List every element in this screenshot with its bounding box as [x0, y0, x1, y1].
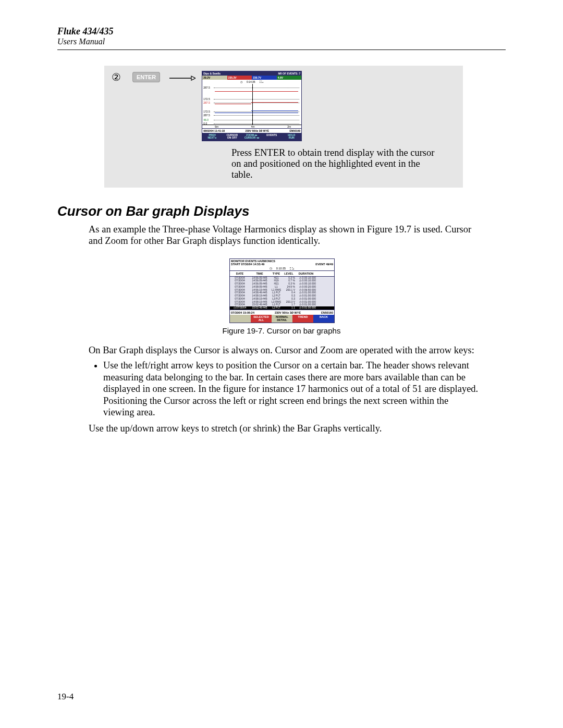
events-screen-graphic: MONITOR EVENTS HARMONICS START 07/30/04 …: [229, 258, 335, 324]
section-heading: Cursor on Bar graph Displays: [57, 203, 506, 219]
trend-plot: 287.5172.5287.5172.5287.546.00.0: [202, 84, 301, 125]
intro-paragraph: As an example the Three-phase Voltage Ha…: [89, 224, 480, 247]
figure-19-7: MONITOR EVENTS HARMONICS START 07/30/04 …: [229, 258, 334, 324]
softkey: SELECTEDALL: [251, 315, 272, 323]
paragraph-last: Use the up/down arrow keys to stretch (o…: [89, 423, 480, 435]
page-number: 19-4: [57, 692, 74, 702]
header-subtitle: Users Manual: [57, 37, 506, 46]
events-elapsed: 0:10:35: [276, 267, 286, 270]
trend-y-label: 287.5: [203, 101, 210, 104]
header-title: Fluke 434/435: [57, 26, 506, 37]
trend-event-count: NR OF EVENTS: 7: [278, 72, 300, 75]
header-rule: [57, 50, 506, 50]
bullet-list: Use the left/right arrow keys to positio…: [89, 360, 479, 418]
arrow-icon: [169, 75, 195, 81]
events-count: EVENT 49/49: [315, 263, 333, 266]
softkey: ZOOM ◂▸CURSOR ◂▸: [242, 133, 262, 141]
clock-icon: ◷: [240, 80, 242, 83]
softkey: CURSORON OFF: [222, 133, 242, 141]
softkey: [230, 315, 251, 323]
events-start: START 07/30/04 14:55:49: [231, 263, 275, 266]
events-table-body: 07/30/0414:56:09:445H210.3 %◷ 0:00:10:00…: [230, 277, 334, 310]
events-table-header: DATE TIME TYPE LEVEL DURATION: [230, 271, 334, 277]
trend-bar-green: 4.6V: [277, 76, 302, 80]
enter-key-graphic: ENTER: [132, 72, 160, 82]
softkey: HOLDRUN: [282, 133, 301, 141]
trend-cursor-line: [252, 84, 253, 125]
trend-y-label: 287.5: [203, 86, 210, 89]
trend-softkeys: PREVNEXT ▸CURSORON OFFZOOM ◂▸CURSOR ◂▸EV…: [202, 133, 301, 141]
trend-y-label: 172.5: [203, 110, 210, 113]
trend-y-label: 172.5: [203, 97, 210, 101]
events-softkeys: SELECTEDALLNORMALDETAILTRENDBACK: [230, 315, 334, 323]
events-status-bar: 07/30/04 15:06:24 230V 50Hz 3Ø WYE EN501…: [230, 310, 334, 315]
trend-bar-grey: 29.2V: [202, 76, 227, 80]
figure-label: Figure 19-7. Cursor on bar graphs: [57, 326, 506, 335]
trend-bar-red: 235.3V: [227, 76, 252, 80]
trend-y-label: 0.0: [203, 122, 207, 125]
trend-bar-blue: 230.7V: [252, 76, 277, 80]
trend-y-label: 46.0: [203, 118, 209, 121]
trend-elapsed: 0:14:35: [247, 80, 255, 83]
svg-marker-1: [191, 76, 195, 80]
events-scope-icon: ⛶⟂: [290, 267, 295, 270]
softkey: PREVNEXT ▸: [202, 133, 222, 141]
softkey: EVENTS: [262, 133, 282, 141]
trend-scope-icon: ⛶⟂: [260, 80, 264, 83]
clock-icon: ◷: [270, 267, 272, 270]
trend-screen-graphic: Dips & Swells NR OF EVENTS: 7 29.2V 235.…: [202, 71, 302, 141]
trend-title: Dips & Swells: [203, 72, 221, 75]
paragraph-after-figure: On Bar Graph displays the Cursor is alwa…: [89, 344, 480, 356]
softkey: TREND: [292, 315, 313, 323]
step-number: ②: [112, 71, 132, 83]
trend-status-bar: 08/02/04 11:41:18 230V 50Hz 3Ø WYE EN501…: [202, 128, 301, 133]
figure-panel-step2: ② ENTER Dips & Swells NR OF EVENTS: 7 29…: [104, 66, 463, 188]
figure-panel-caption: Press ENTER to obtain trend display with…: [231, 147, 440, 180]
trend-y-label: 287.5: [203, 114, 210, 117]
softkey: NORMALDETAIL: [272, 315, 292, 323]
list-item: Use the left/right arrow keys to positio…: [103, 360, 479, 418]
page-header: Fluke 434/435 Users Manual: [57, 26, 506, 46]
softkey: BACK: [313, 315, 334, 323]
